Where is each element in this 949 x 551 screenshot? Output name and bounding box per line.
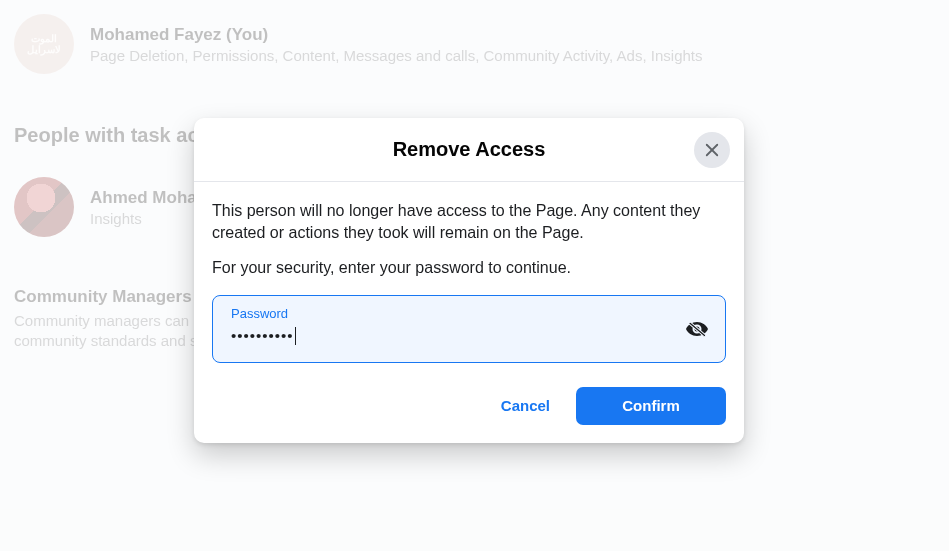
close-icon	[703, 141, 721, 159]
toggle-password-visibility[interactable]	[685, 317, 709, 341]
modal-body-text-2: For your security, enter your password t…	[212, 257, 726, 279]
password-input[interactable]: Password ••••••••••	[212, 295, 726, 363]
modal-header: Remove Access	[194, 118, 744, 182]
cancel-button[interactable]: Cancel	[483, 387, 568, 425]
modal-footer: Cancel Confirm	[194, 373, 744, 443]
remove-access-modal: Remove Access This person will no longer…	[194, 118, 744, 443]
modal-body-text-1: This person will no longer have access t…	[212, 200, 726, 243]
modal-title: Remove Access	[393, 138, 546, 161]
close-button[interactable]	[694, 132, 730, 168]
eye-off-icon	[685, 317, 709, 341]
password-label: Password	[231, 306, 675, 321]
text-caret	[295, 327, 296, 345]
password-value: ••••••••••	[231, 327, 675, 345]
confirm-button[interactable]: Confirm	[576, 387, 726, 425]
